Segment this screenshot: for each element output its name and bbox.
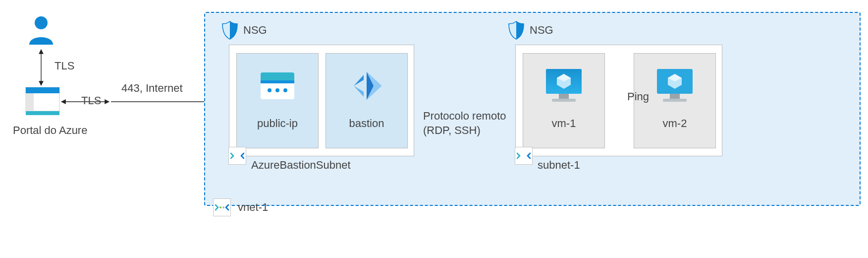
svg-point-5 bbox=[219, 206, 221, 208]
svg-point-24 bbox=[35, 16, 48, 29]
nsg-label-2: NSG bbox=[530, 24, 553, 37]
svg-point-6 bbox=[222, 206, 224, 208]
shield-icon bbox=[508, 20, 525, 40]
tls-label-portal-vnet: TLS bbox=[81, 94, 101, 107]
vm-icon bbox=[652, 64, 697, 108]
shield-icon bbox=[221, 20, 238, 40]
bastion-subnet-icon bbox=[228, 147, 246, 165]
svg-rect-26 bbox=[26, 87, 59, 93]
vm-icon bbox=[542, 64, 586, 108]
workload-subnet-box: NSG vm-1 bbox=[515, 45, 722, 156]
vm1-label: vm-1 bbox=[552, 117, 576, 130]
nsg-label-1: NSG bbox=[243, 24, 267, 37]
bastion-tile: bastion bbox=[326, 53, 408, 148]
svg-rect-15 bbox=[559, 94, 569, 99]
bastion-subnet-label: AzureBastionSubnet bbox=[251, 159, 351, 172]
vnet-label: vnet-1 bbox=[238, 201, 268, 214]
remote-protocol-label: Protocolo remoto (RDP, SSH) bbox=[423, 109, 506, 137]
port-443-label: 443, Internet bbox=[121, 82, 183, 95]
svg-rect-9 bbox=[261, 80, 294, 83]
vnet-icon bbox=[213, 198, 231, 216]
nsg-shield-1: NSG bbox=[221, 20, 267, 40]
svg-point-12 bbox=[283, 88, 287, 92]
vm1-tile: vm-1 bbox=[523, 53, 605, 148]
ping-label: Ping bbox=[627, 90, 649, 103]
public-ip-icon bbox=[255, 64, 300, 108]
portal-label: Portal do Azure bbox=[13, 124, 87, 137]
public-ip-label: public-ip bbox=[257, 117, 298, 130]
bastion-icon bbox=[344, 64, 389, 108]
azure-portal-icon bbox=[25, 86, 60, 116]
nsg-shield-2: NSG bbox=[508, 20, 553, 40]
tls-label-user-portal: TLS bbox=[54, 60, 74, 72]
bastion-label: bastion bbox=[349, 117, 384, 130]
svg-point-11 bbox=[275, 88, 279, 92]
svg-rect-27 bbox=[26, 93, 34, 111]
public-ip-tile: public-ip bbox=[236, 53, 319, 148]
vm2-label: vm-2 bbox=[663, 117, 687, 130]
svg-point-10 bbox=[268, 88, 271, 92]
svg-rect-16 bbox=[552, 99, 576, 102]
svg-rect-28 bbox=[26, 111, 59, 115]
workload-subnet-label: subnet-1 bbox=[538, 159, 580, 172]
svg-rect-21 bbox=[663, 99, 687, 102]
bastion-subnet-box: NSG public-ip bastion bbox=[229, 45, 414, 156]
workload-subnet-icon bbox=[515, 147, 533, 165]
user-icon bbox=[27, 15, 55, 47]
svg-rect-20 bbox=[670, 94, 680, 99]
